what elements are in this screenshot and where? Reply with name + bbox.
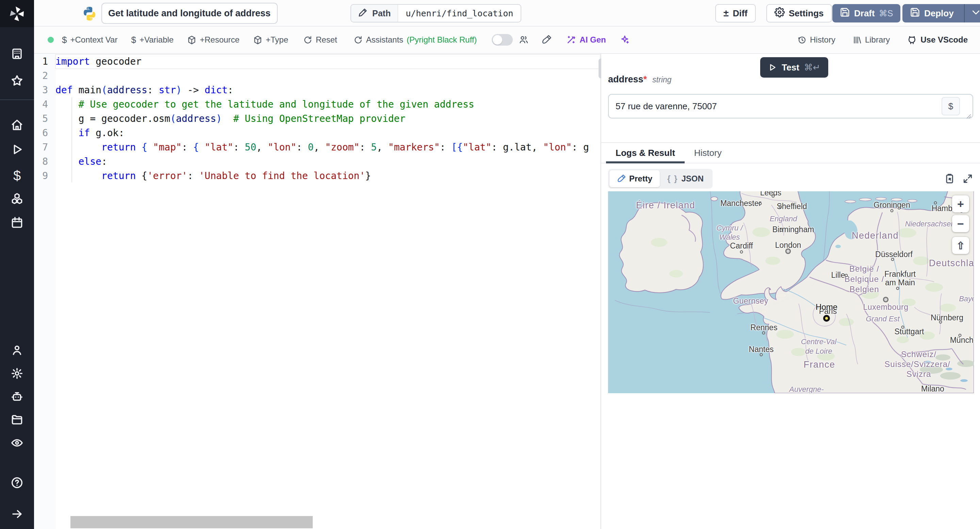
schedules-calendar-icon[interactable] [0,217,34,229]
refresh-icon [303,35,312,45]
format-brush-icon[interactable] [541,35,552,45]
code-line[interactable]: 6 if g.ok: [34,126,600,140]
map-label: Düsseldorf [875,250,913,259]
map-label: Svizra [907,369,931,379]
resize-handle-icon[interactable] [966,114,972,119]
ai-sparkles-icon[interactable] [620,35,630,45]
map-label: Nederland [852,231,899,241]
workers-robot-icon[interactable] [0,390,34,403]
draft-button[interactable]: Draft ⌘S [832,4,900,22]
map-locate-button[interactable]: ⇧ [952,237,969,254]
view-json-button[interactable]: { } JSON [660,170,711,187]
map-label: Suisse/Svizzera/ [885,360,950,369]
path-label: Path [372,8,391,18]
windmill-logo[interactable] [0,0,34,27]
map-city-dot [762,331,765,335]
code-line[interactable]: 3def main(address: str) -> dict: [34,83,600,97]
add-resource-button[interactable]: +Resource [187,35,240,45]
ai-gen-button[interactable]: AI Gen [566,35,606,45]
test-button[interactable]: Test ⌘↵ [760,57,828,78]
map-label: Niedersachsen [905,220,955,228]
code-line[interactable]: 5 g = geocoder.osm(address) # Using Open… [34,112,600,126]
tab-logs-result[interactable]: Logs & Result [606,143,685,163]
map-label: Stuttgart [894,327,924,336]
deploy-dropdown-button[interactable] [964,4,980,22]
diff-button[interactable]: ± Diff [715,4,756,22]
expand-fullscreen-icon[interactable] [962,173,973,184]
code-line[interactable]: 1import geocoder [34,54,600,69]
package-icon [187,35,196,45]
collapse-arrow-icon[interactable] [0,508,34,520]
audit-eye-icon[interactable] [0,437,34,449]
path-widget[interactable]: Path u/henri/find_location [350,4,521,22]
library-bars-icon [853,35,862,45]
multiplayer-toggle[interactable] [492,34,513,46]
tab-history[interactable]: History [685,143,731,163]
map-city-dot [891,209,894,212]
code-line[interactable]: 8 else: [34,155,600,169]
favorites-star-icon[interactable] [0,75,34,87]
address-input[interactable]: 57 rue de varenne, 75007 [608,94,973,118]
map-label: Wales [719,233,740,242]
map-city-dot [740,250,743,253]
library-button[interactable]: Library [853,35,890,45]
wand-icon [566,35,576,45]
brush-icon [617,174,626,183]
horizontal-scrollbar[interactable] [70,516,313,528]
github-cat-icon [907,35,917,45]
status-dot [48,37,54,43]
argument-label-row: address* string [608,74,671,85]
refresh-icon [353,35,363,45]
map-label: Belgien [850,285,879,294]
map-label: Rennes [750,323,777,332]
resources-cubes-icon[interactable] [0,193,34,205]
result-view-toolbar: Pretty { } JSON [608,169,973,189]
users-person-icon[interactable] [0,344,34,357]
map-city-dot [885,298,887,301]
path-value[interactable]: u/henri/find_location [398,5,520,22]
insert-variable-button[interactable]: $ [942,97,960,115]
use-vscode-button[interactable]: Use VScode [907,35,968,45]
code-line[interactable]: 2 [34,69,600,83]
code-editor[interactable]: 1import geocoder23def main(address: str)… [34,54,600,529]
result-map[interactable]: Éire / IrelandManchesterLeedsSheffieldEn… [608,191,974,393]
multiplayer-users-icon[interactable] [518,35,528,45]
editor-toolbar: $ +Context Var $ +Variable +Resource +Ty… [34,27,980,54]
path-edit-section[interactable]: Path [351,5,398,22]
help-question-icon[interactable] [0,476,34,489]
code-line[interactable]: 4 # Use geocoder to get the latitude and… [34,97,600,112]
reset-button[interactable]: Reset [303,35,337,45]
map-label: Belgique / [845,274,885,284]
settings-gear-icon[interactable] [0,367,34,379]
map-label: Nürnberg [931,313,963,322]
map-city-dot [891,258,894,261]
add-type-button[interactable]: +Type [253,35,288,45]
variables-dollar-icon[interactable]: $ [0,168,34,183]
home-icon[interactable] [0,119,34,131]
assistants-button[interactable]: Assistants (Pyright Black Ruff) [353,35,477,45]
run-panel: Test ⌘↵ address* string 57 rue de varenn… [601,54,980,529]
code-line[interactable]: 9 return {'error': 'Unable to find the l… [34,169,600,183]
map-zoom-in-button[interactable]: + [952,195,969,212]
deploy-button[interactable]: Deploy [902,4,980,22]
python-language-icon [82,6,97,21]
map-label: Grand Est [865,314,899,323]
add-variable-button[interactable]: $ +Variable [131,35,173,45]
add-context-var-button[interactable]: $ +Context Var [62,35,118,45]
test-shortcut: ⌘↵ [804,62,821,73]
copy-clipboard-icon[interactable] [944,173,955,184]
settings-button[interactable]: Settings [766,4,832,22]
folders-folder-icon[interactable] [0,414,34,426]
summary-input[interactable]: Get latitude and longitude of address [102,3,278,24]
workspace-building-icon[interactable] [0,48,34,60]
editor-code-lines[interactable]: 1import geocoder23def main(address: str)… [34,54,600,183]
map-city-dot [787,250,789,252]
runs-play-icon[interactable] [0,143,34,156]
code-line[interactable]: 7 return { "map": { "lat": 50, "lon": 0,… [34,140,600,155]
view-pretty-button[interactable]: Pretty [609,170,660,187]
play-icon [768,63,777,72]
map-marker[interactable] [823,315,830,322]
map-zoom-out-button[interactable]: − [952,215,969,232]
history-button[interactable]: History [797,35,835,45]
map-city-dot [779,205,782,208]
